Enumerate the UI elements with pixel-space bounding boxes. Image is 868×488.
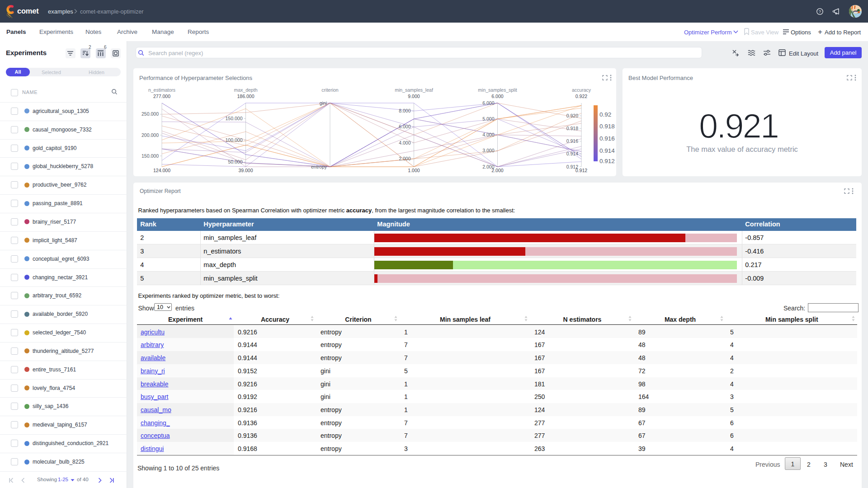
svg-text:9.000: 9.000 (408, 94, 420, 99)
svg-text:4.000: 4.000 (399, 140, 410, 145)
svg-text:6.000: 6.000 (491, 94, 503, 99)
svg-text:gini: gini (320, 100, 327, 106)
svg-text:0.916: 0.916 (566, 138, 578, 144)
svg-text:39.000: 39.000 (238, 168, 253, 173)
svg-text:1.000: 1.000 (408, 168, 420, 173)
svg-text:criterion: criterion (321, 87, 339, 93)
svg-text:?: ? (819, 9, 821, 14)
svg-text:0.912: 0.912 (576, 168, 587, 173)
svg-text:6.000: 6.000 (399, 124, 410, 129)
svg-text:0.920: 0.920 (566, 113, 578, 118)
svg-text:8.000: 8.000 (399, 108, 410, 113)
svg-text:0.916: 0.916 (599, 135, 615, 142)
svg-text:min_samples_leaf: min_samples_leaf (395, 87, 433, 93)
svg-text:50.000: 50.000 (228, 159, 242, 164)
svg-text:100.000: 100.000 (226, 137, 243, 143)
svg-text:n_estimators: n_estimators (148, 87, 175, 93)
svg-text:5.000: 5.000 (482, 116, 494, 122)
svg-text:0.92: 0.92 (599, 111, 611, 118)
svg-text:0.922: 0.922 (576, 94, 587, 99)
svg-text:3.000: 3.000 (482, 148, 494, 153)
svg-text:186.000: 186.000 (237, 94, 255, 99)
svg-text:124.000: 124.000 (153, 168, 170, 173)
svg-text:0.914: 0.914 (566, 151, 578, 156)
svg-text:2.000: 2.000 (491, 168, 503, 173)
svg-text:150.000: 150.000 (142, 153, 159, 159)
svg-text:0.914: 0.914 (599, 147, 615, 154)
svg-text:0.918: 0.918 (566, 126, 578, 131)
svg-text:277.000: 277.000 (153, 94, 170, 99)
svg-text:4.000: 4.000 (482, 132, 494, 137)
svg-text:min_samples_split: min_samples_split (478, 87, 517, 93)
svg-text:max_depth: max_depth (234, 87, 258, 93)
svg-text:200.000: 200.000 (142, 132, 159, 138)
svg-text:6.000: 6.000 (482, 100, 494, 106)
svg-text:150.000: 150.000 (226, 116, 243, 121)
svg-text:250.000: 250.000 (142, 111, 159, 117)
svg-text:2.000: 2.000 (399, 156, 410, 161)
svg-text:0.918: 0.918 (599, 123, 615, 130)
svg-text:entropy: entropy (311, 164, 327, 169)
svg-text:0.912: 0.912 (599, 158, 615, 164)
svg-text:accuracy: accuracy (572, 87, 591, 93)
